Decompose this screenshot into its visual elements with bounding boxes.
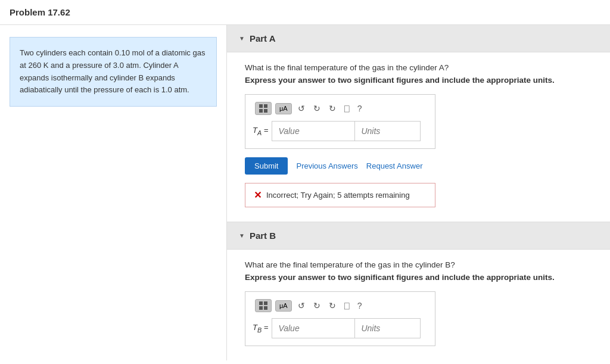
- part-b-value-input[interactable]: [272, 318, 355, 338]
- header: Problem 17.62: [0, 0, 610, 25]
- part-b-refresh-button[interactable]: ↻: [326, 300, 338, 312]
- part-a-submit-label: Submit: [254, 161, 278, 170]
- right-panel: ▼ Part A What is the final temperature o…: [226, 25, 610, 360]
- part-b-input-row: TB =: [253, 318, 428, 338]
- part-b-header[interactable]: ▼ Part B: [227, 222, 610, 250]
- request-answer-link[interactable]: Request Answer: [366, 161, 423, 170]
- part-a-label: Part A: [250, 33, 276, 43]
- part-b-question: What are the final temperature of the ga…: [245, 260, 592, 269]
- part-a-toolbar: μA ↺ ↻ ↻ ⎕: [253, 102, 428, 115]
- part-a-header[interactable]: ▼ Part A: [227, 25, 610, 52]
- grid-cell-b-4: [264, 306, 267, 310]
- part-b-mu-a-label: μA: [279, 303, 288, 309]
- part-b-refresh-icon: ↻: [329, 301, 336, 310]
- chevron-down-icon-b: ▼: [239, 232, 245, 239]
- problem-title: Problem 17.62: [10, 7, 70, 17]
- part-b-input-label: TB =: [253, 323, 268, 334]
- part-b-grid-icon: [259, 301, 267, 310]
- part-b-help-icon: ?: [357, 301, 362, 310]
- mu-a-label: μA: [279, 105, 288, 112]
- part-b-units-input[interactable]: [355, 318, 421, 338]
- part-b-grid-button[interactable]: [255, 299, 272, 312]
- part-b-label: Part B: [250, 231, 276, 241]
- part-a-instruction: Express your answer to two significant f…: [245, 76, 592, 85]
- problem-box: Two cylinders each contain 0.10 mol of a…: [10, 37, 217, 107]
- error-icon: ✕: [254, 189, 262, 201]
- grid-cell-b-2: [264, 301, 267, 305]
- chevron-down-icon: ▼: [239, 35, 245, 42]
- previous-answers-link[interactable]: Previous Answers: [296, 161, 357, 170]
- part-b-redo-icon: ↻: [313, 301, 320, 310]
- grid-cell-1: [259, 104, 263, 108]
- keyboard-icon: ⎕: [344, 104, 349, 113]
- grid-cell-b-3: [259, 306, 263, 310]
- redo-icon: ↻: [313, 104, 320, 113]
- part-b-undo-button[interactable]: ↺: [295, 300, 307, 312]
- part-b-content: What are the final temperature of the ga…: [227, 250, 610, 360]
- undo-icon: ↺: [298, 104, 305, 113]
- keyboard-button[interactable]: ⎕: [342, 102, 351, 114]
- grid-icon: [259, 104, 267, 113]
- part-a-error-box: ✕ Incorrect; Try Again; 5 attempts remai…: [245, 183, 435, 207]
- part-b-mu-a-button[interactable]: μA: [275, 300, 292, 312]
- help-button[interactable]: ?: [355, 102, 365, 114]
- refresh-icon: ↻: [329, 104, 336, 113]
- undo-button[interactable]: ↺: [295, 102, 307, 114]
- part-a-submit-row: Submit Previous Answers Request Answer: [245, 157, 592, 175]
- previous-answers-label: Previous Answers: [296, 161, 357, 170]
- part-a-question: What is the final temperature of the gas…: [245, 63, 592, 72]
- request-answer-label: Request Answer: [366, 161, 423, 170]
- part-a-submit-button[interactable]: Submit: [245, 157, 288, 175]
- part-b-answer-box: μA ↺ ↻ ↻ ⎕: [245, 291, 435, 346]
- part-b-keyboard-icon: ⎕: [344, 301, 349, 310]
- grid-cell-3: [259, 109, 263, 113]
- part-b-undo-icon: ↺: [298, 301, 305, 310]
- left-panel: Two cylinders each contain 0.10 mol of a…: [0, 25, 226, 360]
- part-b-keyboard-button[interactable]: ⎕: [342, 300, 351, 312]
- part-b-help-button[interactable]: ?: [355, 300, 365, 312]
- part-b-toolbar: μA ↺ ↻ ↻ ⎕: [253, 299, 428, 312]
- redo-button[interactable]: ↻: [311, 102, 323, 114]
- grid-cell-b-1: [259, 301, 263, 305]
- part-a-section: ▼ Part A What is the final temperature o…: [227, 25, 610, 222]
- grid-button[interactable]: [255, 102, 272, 115]
- part-a-content: What is the final temperature of the gas…: [227, 52, 610, 222]
- part-a-input-label: TA =: [253, 126, 268, 136]
- part-a-answer-box: μA ↺ ↻ ↻ ⎕: [245, 94, 435, 149]
- help-icon: ?: [357, 104, 362, 113]
- mu-a-button[interactable]: μA: [275, 103, 292, 114]
- part-a-units-input[interactable]: [355, 121, 421, 141]
- refresh-button[interactable]: ↻: [326, 102, 338, 114]
- problem-text: Two cylinders each contain 0.10 mol of a…: [20, 48, 205, 94]
- part-b-instruction: Express your answer to two significant f…: [245, 273, 592, 282]
- part-a-value-input[interactable]: [272, 121, 355, 141]
- grid-cell-2: [264, 104, 267, 108]
- grid-cell-4: [264, 109, 267, 113]
- part-a-input-row: TA =: [253, 121, 428, 141]
- part-b-redo-button[interactable]: ↻: [311, 300, 323, 312]
- error-text: Incorrect; Try Again; 5 attempts remaini…: [266, 191, 410, 200]
- part-b-section: ▼ Part B What are the final temperature …: [227, 222, 610, 360]
